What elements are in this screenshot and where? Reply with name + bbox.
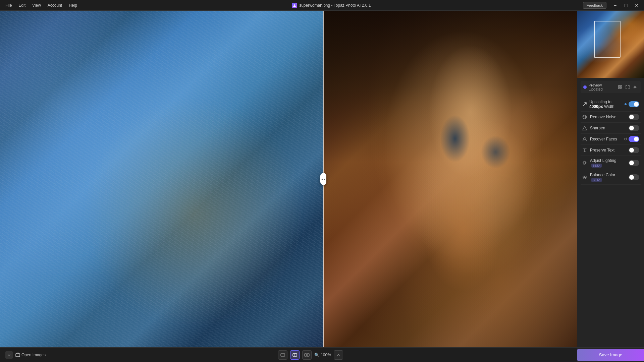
svg-point-6	[583, 115, 587, 119]
zoom-display: 🔍 100%	[314, 353, 331, 357]
adjust-lighting-beta-badge: BETA	[591, 164, 602, 168]
svg-rect-18	[307, 354, 309, 356]
save-image-button[interactable]: Save Image	[577, 349, 644, 361]
preview-icon-buttons	[617, 84, 638, 90]
sharpen-label: Sharpen	[590, 126, 626, 130]
preview-expand-icon[interactable]	[625, 84, 631, 90]
menu-view[interactable]: View	[30, 2, 44, 9]
zoom-up-button[interactable]	[334, 350, 343, 360]
text-icon	[582, 147, 587, 153]
maximize-button[interactable]: □	[621, 2, 631, 9]
zoom-level: 100%	[321, 353, 331, 357]
balance-color-label: Balance Color BETA	[590, 173, 626, 182]
bottom-main: Open Images	[0, 348, 577, 362]
open-images-label: Open Images	[21, 353, 46, 357]
remove-noise-toggle[interactable]	[629, 114, 639, 120]
color-icon	[582, 175, 587, 180]
preview-viewport	[594, 21, 621, 58]
titlebar-controls: Feedback − □ ✕	[583, 2, 641, 9]
menu-edit[interactable]: Edit	[16, 2, 28, 9]
balance-color-row[interactable]: Balance Color BETA	[581, 170, 641, 185]
svg-rect-3	[619, 87, 620, 89]
sharpen-icon	[582, 125, 587, 131]
menu-account[interactable]: Account	[45, 2, 65, 9]
svg-rect-14	[281, 354, 285, 356]
preserve-text-row[interactable]: Preserve Text	[581, 145, 641, 156]
remove-noise-label: Remove Noise	[590, 115, 626, 119]
preview-settings-icon[interactable]	[632, 84, 638, 90]
split-arrow-left-icon: ◂	[321, 178, 323, 181]
recover-faces-toggle[interactable]	[629, 136, 639, 142]
recover-faces-label: Recover Faces	[590, 137, 621, 141]
preview-updated-dot	[583, 85, 587, 89]
sharpen-row[interactable]: Sharpen	[581, 123, 641, 134]
svg-point-5	[634, 86, 636, 88]
feedback-button[interactable]: Feedback	[583, 2, 606, 9]
canvas-area[interactable]: ◂ ▸	[0, 11, 577, 347]
titlebar-left: File Edit View Account Help	[3, 2, 80, 9]
menu-help[interactable]: Help	[66, 2, 80, 9]
adjust-lighting-label: Adjust Lighting BETA	[590, 158, 626, 168]
preview-section	[577, 11, 644, 78]
single-view-button[interactable]	[278, 350, 287, 360]
titlebar: File Edit View Account Help superwoman.p…	[0, 0, 644, 11]
bottom-bar: Open Images	[0, 347, 644, 362]
noise-icon	[582, 114, 587, 120]
svg-marker-0	[293, 4, 296, 7]
svg-rect-1	[619, 85, 620, 87]
minimize-button[interactable]: −	[610, 2, 620, 9]
bottom-save-area: Save Image	[577, 348, 644, 362]
side-by-side-view-button[interactable]	[302, 350, 312, 360]
right-panel: Preview Updated	[577, 11, 644, 347]
preview-thumbnail[interactable]	[577, 11, 644, 78]
preserve-text-label: Preserve Text	[590, 148, 626, 153]
image-right-panel	[323, 11, 577, 347]
menu-file[interactable]: File	[3, 2, 14, 9]
bottom-center: 🔍 100%	[50, 350, 572, 360]
split-handle[interactable]: ◂ ▸	[320, 173, 326, 185]
recover-faces-extra: ↺	[624, 136, 639, 142]
close-button[interactable]: ✕	[632, 2, 641, 9]
balance-color-beta-badge: BETA	[591, 178, 602, 182]
adjust-lighting-toggle[interactable]	[629, 160, 639, 166]
svg-point-9	[584, 162, 586, 164]
lighting-icon	[582, 160, 587, 166]
sharpen-toggle[interactable]	[629, 125, 639, 131]
upscaling-value: 4000px	[589, 104, 603, 109]
recover-faces-row[interactable]: Recover Faces ↺	[581, 134, 641, 145]
svg-rect-4	[621, 87, 622, 89]
face-icon	[582, 136, 587, 142]
zoom-icon: 🔍	[314, 353, 319, 357]
titlebar-center: superwoman.png - Topaz Photo AI 2.0.1	[292, 3, 371, 8]
split-arrow-right-icon: ▸	[324, 178, 325, 181]
split-view-button[interactable]	[290, 350, 300, 360]
preview-grid-icon[interactable]	[617, 84, 623, 90]
svg-rect-17	[305, 354, 307, 356]
upscale-icon	[582, 102, 587, 107]
svg-rect-2	[621, 85, 622, 87]
portrait-details	[323, 11, 577, 347]
recover-faces-undo-icon[interactable]: ↺	[624, 137, 627, 141]
controls-panel: Preview Updated	[577, 78, 644, 347]
image-left-panel	[0, 11, 323, 347]
upscaling-row[interactable]: Upscaling to 4000px Width	[581, 97, 641, 112]
upscaling-label: Upscaling to 4000px Width	[589, 100, 623, 109]
preserve-text-toggle[interactable]	[629, 147, 639, 153]
remove-noise-row[interactable]: Remove Noise	[581, 112, 641, 123]
main-content: ◂ ▸ Preview Updated	[0, 11, 644, 347]
balance-color-toggle[interactable]	[629, 174, 639, 180]
adjust-lighting-row[interactable]: Adjust Lighting BETA	[581, 156, 641, 170]
open-images-button[interactable]: Open Images	[15, 353, 46, 357]
svg-rect-13	[16, 354, 20, 357]
upscaling-active-dot	[625, 103, 627, 105]
upscaling-toggle[interactable]	[629, 101, 639, 107]
menu-items: File Edit View Account Help	[3, 2, 80, 9]
split-divider: ◂ ▸	[323, 11, 324, 347]
collapse-filmstrip-button[interactable]	[5, 351, 13, 359]
svg-marker-7	[583, 126, 587, 130]
window-title: superwoman.png - Topaz Photo AI 2.0.1	[299, 3, 371, 8]
app-logo-icon	[292, 3, 297, 8]
preview-updated-text: Preview Updated	[589, 83, 615, 91]
image-container: ◂ ▸	[0, 11, 577, 347]
bottom-left: Open Images	[5, 351, 46, 359]
